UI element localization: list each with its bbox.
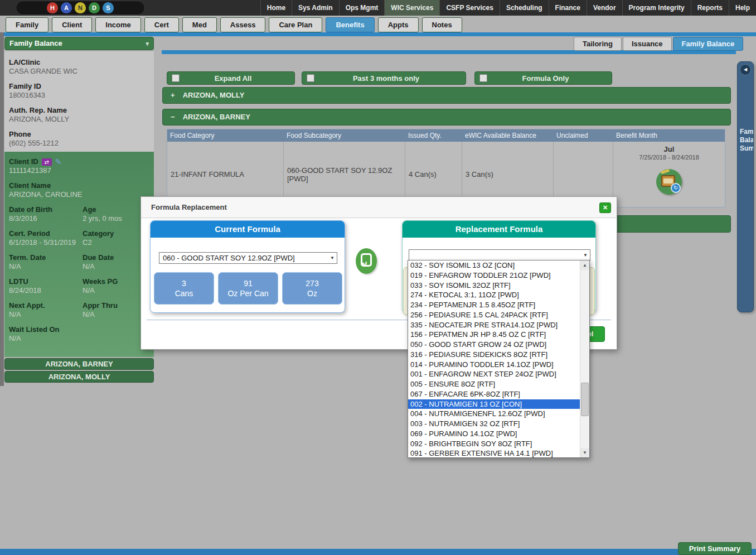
dropdown-option[interactable]: 003 - NUTRAMIGEN 32 OZ [RTF] bbox=[408, 419, 581, 429]
field-value: N/A bbox=[83, 310, 149, 319]
field-value: N/A bbox=[9, 310, 83, 319]
nav-item[interactable]: Reports bbox=[691, 0, 729, 16]
field-value: N/A bbox=[9, 262, 83, 271]
past-3-months-toggle[interactable]: Past 3 months only bbox=[302, 71, 466, 85]
nav-item[interactable]: Help bbox=[729, 0, 756, 16]
sidebar-header[interactable]: Family Balance ▾ bbox=[4, 37, 154, 50]
dropdown-option[interactable]: 001 - ENFAGROW NEXT STEP 24OZ [PWD] bbox=[408, 369, 581, 379]
formula-stat: 91 Oz Per Can bbox=[218, 272, 278, 305]
replacement-formula-dropdown: 032 - SOY ISOMIL 13 OZ [CON]019 - ENFAGR… bbox=[408, 260, 590, 458]
field-label: Term. Date bbox=[9, 253, 83, 262]
module-tab[interactable]: Notes bbox=[422, 17, 462, 32]
module-tab[interactable]: Care Plan bbox=[269, 17, 322, 32]
nav-item[interactable]: Finance bbox=[549, 0, 587, 16]
member-button-barney[interactable]: ARIZONA, BARNEY bbox=[4, 358, 154, 370]
refresh-badge-icon: ↻ bbox=[671, 183, 681, 193]
formula-only-toggle[interactable]: Formula Only bbox=[474, 71, 612, 85]
collapse-icon[interactable]: − bbox=[171, 109, 178, 125]
family-info-panel: LA/Clinic CASA GRANDE WIC Family ID 1800… bbox=[4, 51, 154, 152]
module-tab[interactable]: Appts bbox=[378, 17, 419, 32]
module-tab[interactable]: Assess bbox=[220, 17, 266, 32]
print-summary-button[interactable]: Print Summary bbox=[678, 542, 752, 555]
module-tab[interactable]: Benefits bbox=[326, 17, 374, 32]
view-tab[interactable]: Family Balance bbox=[673, 37, 744, 51]
current-formula-select[interactable]: 060 - GOOD START SOY 12.9OZ [PWD] ▼ bbox=[159, 252, 337, 264]
dropdown-option[interactable]: 156 - PEPATMEN JR HP 8.45 OZ C [RTF] bbox=[408, 330, 581, 340]
nav-item[interactable]: Vendor bbox=[587, 0, 622, 16]
dropdown-option[interactable]: 316 - PEDIASURE SIDEKICKS 8OZ [RTF] bbox=[408, 350, 581, 360]
chevron-down-icon: ▼ bbox=[583, 250, 588, 260]
dropdown-option[interactable]: 005 - ENSURE 8OZ [RTF] bbox=[408, 379, 581, 389]
view-tab[interactable]: Tailoring bbox=[574, 37, 622, 51]
section-header-barney[interactable]: − ARIZONA, BARNEY bbox=[162, 109, 731, 126]
field-client-name: Client Name ARIZONA, CAROLINE bbox=[9, 181, 149, 199]
dropdown-option[interactable]: 234 - PEPTAMENJR 1.5 8.45OZ [RTF] bbox=[408, 300, 581, 310]
replacement-formula-header: Replacement Formula bbox=[403, 221, 595, 238]
nav-item[interactable]: CSFP Services bbox=[439, 0, 500, 16]
scrollbar-thumb[interactable] bbox=[581, 383, 589, 416]
module-tab[interactable]: Income bbox=[95, 17, 141, 32]
dropdown-option[interactable]: 002 - NUTRAMIGEN 13 OZ [CON] bbox=[408, 399, 581, 409]
view-tabs: TailoringIssuanceFamily Balance bbox=[574, 37, 743, 51]
blue-divider-strip bbox=[0, 32, 756, 36]
nav-item[interactable]: Scheduling bbox=[500, 0, 549, 16]
sidebar-header-label: Family Balance bbox=[9, 39, 62, 47]
replacement-formula-select[interactable]: ▼ bbox=[409, 249, 590, 261]
family-balance-summary-panel[interactable]: ◀ Fam Bala Sum bbox=[737, 61, 754, 312]
field-value: N/A bbox=[83, 262, 149, 271]
dropdown-option[interactable]: 091 - GERBER EXTENSIVE HA 14.1 [PWD] bbox=[408, 448, 581, 459]
field-label: Phone bbox=[9, 130, 149, 139]
dropdown-option[interactable]: 050 - GOOD START GROW 24 OZ [PWD] bbox=[408, 340, 581, 350]
dropdown-option[interactable]: 069 - PURAMINO 14.1OZ [PWD] bbox=[408, 429, 581, 439]
column-header: Benefit Month bbox=[613, 129, 725, 142]
member-button-molly[interactable]: ARIZONA, MOLLY bbox=[4, 371, 154, 383]
section-header-molly[interactable]: + ARIZONA, MOLLY bbox=[162, 87, 731, 104]
module-tab[interactable]: Med bbox=[182, 17, 217, 32]
field-label: LDTU bbox=[9, 277, 83, 286]
module-tab[interactable]: Client bbox=[52, 17, 92, 32]
nav-item[interactable]: Sys Admin bbox=[292, 0, 339, 16]
field-value: ARIZONA, CAROLINE bbox=[9, 190, 149, 199]
chevron-down-icon: ▾ bbox=[146, 37, 149, 50]
dropdown-option[interactable]: 335 - NEOCATEJR PRE STRA14.1OZ [PWD] bbox=[408, 320, 581, 330]
app-root: H A N D S HomeSys AdminOps MgmtWIC Servi… bbox=[0, 0, 756, 555]
formula-replacement-icon[interactable]: ↻ bbox=[656, 169, 682, 195]
scroll-down-icon[interactable]: ▼ bbox=[580, 448, 589, 457]
expand-icon[interactable]: + bbox=[171, 88, 178, 103]
column-header: Food Category bbox=[167, 129, 284, 142]
dropdown-option[interactable]: 067 - ENFACARE 6PK-8OZ [RTF] bbox=[408, 389, 581, 399]
nav-item[interactable]: WIC Services bbox=[384, 0, 439, 16]
checkbox-icon[interactable] bbox=[307, 74, 314, 82]
checkbox-icon[interactable] bbox=[172, 74, 180, 82]
dropdown-option[interactable]: 032 - SOY ISOMIL 13 OZ [CON] bbox=[408, 260, 581, 271]
nav-item[interactable]: Program Integrity bbox=[622, 0, 691, 16]
dropdown-option[interactable]: 014 - PURAMINO TODDLER 14.1OZ [PWD] bbox=[408, 360, 581, 370]
view-tab[interactable]: Issuance bbox=[623, 37, 672, 51]
swap-arrow-glyph: ↵ bbox=[361, 259, 368, 268]
column-header: Unclaimed bbox=[554, 129, 613, 142]
field-appr-thru: Appr Thru N/A bbox=[83, 301, 149, 319]
close-icon[interactable]: ✕ bbox=[599, 202, 611, 213]
switch-client-icon[interactable]: ⇄ bbox=[42, 158, 52, 166]
dropdown-option[interactable]: 019 - ENFAGROW TODDLER 21OZ [PWD] bbox=[408, 271, 581, 281]
dropdown-scrollbar[interactable]: ▲ ▼ bbox=[580, 260, 589, 457]
expand-all-toggle[interactable]: Expand All bbox=[167, 71, 295, 85]
dropdown-option[interactable]: 004 - NUTRAMIGENENFL 12.6OZ [PWD] bbox=[408, 409, 581, 419]
dropdown-option[interactable]: 274 - KETOCAL 3:1, 11OZ [PWD] bbox=[408, 290, 581, 300]
scroll-up-icon[interactable]: ▲ bbox=[580, 260, 589, 270]
field-wait-listed: Wait Listed On N/A bbox=[9, 325, 149, 343]
collapse-arrow-icon[interactable]: ◀ bbox=[740, 64, 751, 75]
nav-item[interactable]: Ops Mgmt bbox=[339, 0, 385, 16]
field-la-clinic: LA/Clinic CASA GRANDE WIC bbox=[9, 58, 149, 76]
checkbox-icon[interactable] bbox=[479, 74, 487, 82]
nav-item[interactable]: Home bbox=[260, 0, 292, 16]
module-tab[interactable]: Cert bbox=[144, 17, 179, 32]
benefit-period-label: 7/25/2018 - 8/24/2018 bbox=[613, 153, 725, 161]
edit-client-icon[interactable]: ✎ bbox=[55, 158, 62, 166]
module-tab[interactable]: Family bbox=[6, 17, 49, 32]
stat-label: Oz Per Can bbox=[219, 288, 278, 298]
field-next-appt: Next Appt. N/A bbox=[9, 301, 83, 319]
dropdown-option[interactable]: 256 - PEDIASURE 1.5 CAL 24PACK [RTF] bbox=[408, 310, 581, 320]
dropdown-option[interactable]: 033 - SOY ISOMIL 32OZ [RTF] bbox=[408, 281, 581, 291]
dropdown-option[interactable]: 092 - BRIGHTBEGIN SOY 8OZ [RTF] bbox=[408, 439, 581, 449]
